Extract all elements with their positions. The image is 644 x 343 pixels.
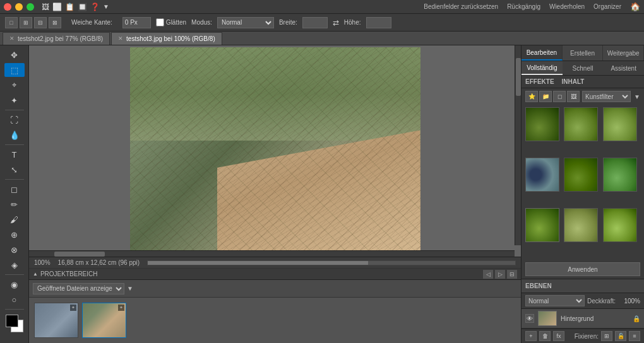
glaetten-checkbox[interactable] bbox=[156, 18, 164, 26]
effect-thumb-4[interactable] bbox=[525, 158, 559, 192]
subtab-schnell[interactable]: Schnell bbox=[563, 61, 604, 75]
subtract-selection-btn[interactable]: ⊟ bbox=[34, 17, 47, 28]
new-layer-button[interactable]: + bbox=[525, 331, 537, 341]
add-selection-btn[interactable]: ⊞ bbox=[20, 17, 32, 28]
horizontal-scroll-thumb[interactable] bbox=[54, 252, 105, 257]
layer-thumbnail bbox=[538, 311, 557, 326]
text-tool[interactable]: T bbox=[4, 148, 25, 161]
app-icon2[interactable]: ⬜ bbox=[52, 3, 62, 11]
effect-thumb-1[interactable] bbox=[525, 107, 559, 141]
project-filter-arrow[interactable]: ▼ bbox=[127, 285, 133, 292]
effect-thumb-7[interactable] bbox=[525, 208, 559, 242]
modus-select[interactable]: Normal bbox=[217, 17, 274, 28]
organizer-button[interactable]: Organizer bbox=[593, 3, 621, 10]
selection-tool[interactable]: ⬚ bbox=[4, 63, 25, 77]
blur-tool[interactable]: ◉ bbox=[4, 277, 25, 291]
anwenden-button[interactable]: Anwenden bbox=[525, 262, 640, 276]
kunstfilter-dropdown-arrow[interactable]: ▼ bbox=[634, 93, 640, 100]
fix-position-button[interactable]: ⊞ bbox=[601, 331, 612, 341]
layer-row-hintergrund[interactable]: 👁 Hintergrund 🔒 bbox=[522, 309, 644, 328]
app-icon3[interactable]: 📋 bbox=[65, 3, 75, 11]
effect-thumb-9[interactable] bbox=[603, 208, 637, 242]
home-icon[interactable]: 🏠 bbox=[630, 2, 640, 11]
transform-tool[interactable]: ⤡ bbox=[4, 163, 25, 177]
kunstfilter-select[interactable]: Kunstfilter bbox=[582, 91, 631, 102]
close-window-button[interactable] bbox=[4, 3, 11, 11]
layer-visibility-toggle[interactable]: 👁 bbox=[525, 314, 534, 323]
foreground-color-swatch[interactable] bbox=[6, 315, 18, 327]
reset-panels-button[interactable]: Bedienfelder zurücksetzen bbox=[424, 3, 498, 10]
new-selection-btn[interactable]: □ bbox=[5, 17, 18, 28]
effect-thumb-5[interactable] bbox=[564, 158, 598, 192]
tab1-close[interactable]: ✕ bbox=[9, 35, 15, 42]
hoehe-input[interactable] bbox=[366, 17, 391, 28]
effect-thumb-8[interactable] bbox=[564, 208, 598, 242]
healing-tool[interactable]: ⊗ bbox=[4, 243, 25, 257]
dimension-swap-icon[interactable]: ⇄ bbox=[333, 18, 339, 27]
subtab-assistent[interactable]: Assistent bbox=[603, 61, 644, 75]
eraser-tool[interactable]: ◈ bbox=[4, 258, 25, 272]
project-filter-select[interactable]: Geöffnete Dateien anzeige bbox=[33, 283, 124, 294]
right-panel: Bearbeiten Erstellen Weitergabe Vollstän… bbox=[521, 45, 644, 343]
filter-icon-2[interactable]: 📁 bbox=[539, 91, 552, 102]
lasso-tool[interactable]: ⌖ bbox=[4, 78, 25, 92]
pencil-tool[interactable]: ✏ bbox=[4, 197, 25, 211]
tab-erstellen[interactable]: Erstellen bbox=[563, 45, 604, 61]
effects-inhalt-row: EFFEKTE INHALT bbox=[522, 76, 644, 88]
magic-wand-tool[interactable]: ✦ bbox=[4, 93, 25, 107]
breite-input[interactable] bbox=[302, 17, 328, 28]
thumbnail-2[interactable]: ✦ bbox=[82, 303, 126, 338]
vertical-scrollbar[interactable] bbox=[515, 45, 521, 245]
tab-bearbeiten[interactable]: Bearbeiten bbox=[522, 45, 563, 61]
weiche-kante-input[interactable] bbox=[122, 17, 151, 28]
app-dropdown-arrow[interactable]: ▼ bbox=[103, 3, 109, 10]
effect-thumb-2[interactable] bbox=[564, 107, 598, 141]
layer-blend-mode-select[interactable]: Normal bbox=[525, 295, 585, 306]
thumbnail-1[interactable]: ✦ bbox=[34, 303, 78, 338]
opacity-label: Deckkraft: bbox=[587, 298, 616, 305]
project-panel-btn3[interactable]: ⊟ bbox=[507, 270, 517, 279]
project-header-arrow[interactable]: ▲ bbox=[33, 271, 38, 277]
document-tab-1[interactable]: ✕ testshot2.jpg bei 77% (RGB/8) bbox=[3, 32, 110, 45]
clone-tool[interactable]: ⊕ bbox=[4, 228, 25, 241]
tab-weitergabe[interactable]: Weitergabe bbox=[603, 45, 644, 61]
fix-all-button[interactable]: 🔓 bbox=[615, 331, 626, 341]
redo-button[interactable]: Wiederholen bbox=[549, 3, 585, 10]
vertical-scroll-thumb[interactable] bbox=[516, 58, 521, 96]
effect-thumb-6[interactable] bbox=[603, 158, 637, 192]
shape-tool[interactable]: ◻ bbox=[4, 182, 25, 196]
maximize-window-button[interactable] bbox=[27, 3, 34, 11]
project-panel-btn2[interactable]: ▷ bbox=[495, 270, 505, 279]
filter-icon-4[interactable]: 🖼 bbox=[567, 91, 580, 102]
layers-menu-button[interactable]: ≡ bbox=[629, 331, 640, 341]
delete-layer-button[interactable]: 🗑 bbox=[539, 331, 551, 341]
document-tab-2[interactable]: ✕ testshot3.jpg bei 100% (RGB/8) bbox=[111, 32, 222, 45]
canvas-wrapper[interactable] bbox=[29, 45, 521, 257]
dodge-tool[interactable]: ○ bbox=[4, 293, 25, 306]
layer-thumb-image bbox=[539, 311, 556, 325]
selection-mode-buttons: □ ⊞ ⊟ ⊠ bbox=[5, 17, 61, 28]
app-icon1[interactable]: 🖼 bbox=[42, 3, 49, 11]
undo-button[interactable]: Rückgängig bbox=[507, 3, 540, 10]
project-panel-btn1[interactable]: ◁ bbox=[483, 270, 493, 279]
layers-header: EBENEN bbox=[522, 279, 644, 293]
layer-effects-button[interactable]: fx bbox=[553, 331, 564, 341]
eyedropper-tool[interactable]: 💧 bbox=[4, 128, 25, 142]
app-icon4[interactable]: 🔲 bbox=[78, 3, 87, 11]
tab-weitergabe-label: Weitergabe bbox=[607, 50, 640, 57]
minimize-window-button[interactable] bbox=[15, 3, 23, 11]
intersect-selection-btn[interactable]: ⊠ bbox=[49, 17, 61, 28]
filter-icon-3[interactable]: ◻ bbox=[553, 91, 566, 102]
subtab-vollstaendig[interactable]: Vollständig bbox=[522, 61, 563, 75]
effects-grid bbox=[522, 105, 644, 260]
tab2-close[interactable]: ✕ bbox=[118, 35, 123, 42]
layers-section: EBENEN Normal Deckkraft: 100% 👁 Hintergr… bbox=[522, 279, 644, 343]
move-tool[interactable]: ✥ bbox=[4, 48, 25, 62]
effect-thumb-3[interactable] bbox=[603, 107, 637, 141]
brush-tool[interactable]: 🖌 bbox=[4, 212, 25, 226]
app-icon5[interactable]: ❓ bbox=[90, 3, 100, 11]
horizontal-scrollbar[interactable] bbox=[29, 250, 515, 257]
progress-bar-fill bbox=[148, 261, 368, 265]
crop-tool[interactable]: ⛶ bbox=[4, 113, 25, 127]
filter-icon-1[interactable]: ⭐ bbox=[525, 91, 538, 102]
